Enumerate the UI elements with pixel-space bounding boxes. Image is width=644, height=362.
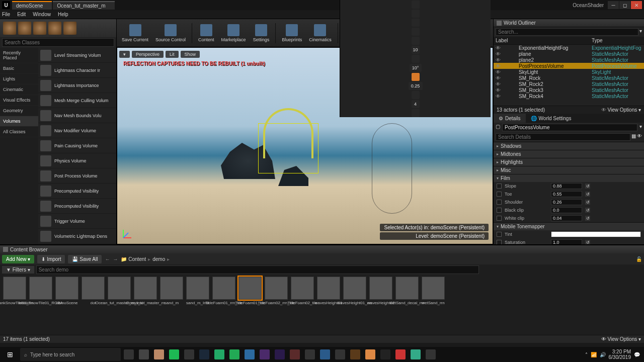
outliner-col-type[interactable]: Type xyxy=(592,38,642,43)
category-visual-effects[interactable]: Visual Effects xyxy=(0,95,38,106)
taskbar-app-icon[interactable] xyxy=(167,347,181,361)
taskbar-app-icon[interactable] xyxy=(288,347,302,361)
asset-item[interactable]: wetSand_rrn xyxy=(421,277,446,333)
outliner-row[interactable]: 👁plane2StaticMeshActor xyxy=(494,57,644,63)
outliner-search-options-icon[interactable]: ▾ xyxy=(639,28,642,36)
taskbar-app-icon[interactable] xyxy=(424,347,438,361)
reset-icon[interactable]: ↺ xyxy=(585,216,590,221)
asset-item[interactable]: Ocean_tut_master_m xyxy=(133,277,158,333)
visibility-icon[interactable]: 👁 xyxy=(496,75,501,81)
save-button[interactable]: Save Current xyxy=(120,23,150,43)
asset-item[interactable]: wetSand_decal_rrn xyxy=(394,277,420,333)
details-view-icon[interactable]: 👁 xyxy=(637,133,642,141)
taskbar-clock[interactable]: 3:20 PM6/30/2019 xyxy=(609,349,631,360)
reset-icon[interactable]: ↺ xyxy=(585,200,590,205)
brush-mode-icon[interactable] xyxy=(63,22,76,35)
cat-highlights[interactable]: Highlights xyxy=(494,158,644,166)
place-actor-item[interactable]: Post Process Volume xyxy=(38,168,116,184)
scale-snap-icon[interactable] xyxy=(412,73,420,81)
asset-item[interactable]: demoScene xyxy=(54,277,79,333)
outliner-row[interactable]: 👁SkyLightSkyLight xyxy=(494,69,644,75)
nav-fwd-icon[interactable]: → xyxy=(113,256,118,262)
rotate-gizmo[interactable] xyxy=(253,108,324,173)
reset-icon[interactable]: ↺ xyxy=(585,240,590,244)
taskbar-app-icon[interactable] xyxy=(363,347,377,361)
taskbar-app-icon[interactable] xyxy=(393,347,408,361)
category-lights[interactable]: Lights xyxy=(0,74,38,84)
grid-snap-icon[interactable] xyxy=(412,37,420,45)
outliner-row[interactable]: 👁ExponentialHeightFogExponentialHeightFo… xyxy=(494,45,644,51)
asset-item[interactable]: blankSnowTile01_RGBA xyxy=(28,277,53,333)
reset-icon[interactable]: ↺ xyxy=(585,184,590,189)
camera-speed-icon[interactable] xyxy=(412,91,420,99)
taskbar-app-icon[interactable] xyxy=(378,347,392,361)
foliage-mode-icon[interactable] xyxy=(48,22,61,35)
override-blackclip-checkbox[interactable] xyxy=(497,208,502,213)
taskbar-app-icon[interactable] xyxy=(137,347,151,361)
category-recently-placed[interactable]: Recently Placed xyxy=(0,48,38,63)
place-actor-item[interactable]: Physics Volume xyxy=(38,153,116,168)
toe-input[interactable]: 0.55 xyxy=(551,191,582,197)
cat-mobile-tonemapper[interactable]: Mobile Tonemapper xyxy=(494,222,644,230)
outliner-row[interactable]: 👁planeStaticMeshActor xyxy=(494,51,644,57)
outliner-row[interactable]: 👁SM_RockStaticMeshActor xyxy=(494,75,644,81)
breadcrumb[interactable]: 📁 Content▸demo▸ xyxy=(121,256,172,262)
override-whiteclip-checkbox[interactable] xyxy=(497,216,502,221)
taskbar-app-icon[interactable] xyxy=(409,347,423,361)
place-actor-item[interactable]: Trigger Volume xyxy=(38,214,116,229)
outliner-search-input[interactable] xyxy=(496,28,638,36)
close-button[interactable]: ✕ xyxy=(631,1,642,9)
viewport-perspective-button[interactable]: Perspective xyxy=(132,51,164,58)
override-tint-checkbox[interactable] xyxy=(497,232,502,237)
whiteclip-input[interactable]: 0.04 xyxy=(551,215,582,221)
content-view-options[interactable]: 👁 View Options ▾ xyxy=(601,336,641,342)
category-basic[interactable]: Basic xyxy=(0,63,38,74)
taskbar-app-icon[interactable] xyxy=(273,347,287,361)
outliner-row[interactable]: 👁SM_Rock3StaticMeshActor xyxy=(494,87,644,93)
landscape-mode-icon[interactable] xyxy=(33,22,46,35)
category-cinematic[interactable]: Cinematic xyxy=(0,84,38,95)
start-button[interactable]: ⊞ xyxy=(1,347,19,361)
menu-edit[interactable]: Edit xyxy=(17,12,26,17)
reset-icon[interactable]: ↺ xyxy=(585,208,590,213)
source-control-button[interactable]: Source Control xyxy=(153,23,188,43)
property-matrix-icon[interactable]: ▦ xyxy=(631,133,636,141)
reset-icon[interactable]: ↺ xyxy=(585,192,590,197)
override-shoulder-checkbox[interactable] xyxy=(497,200,502,205)
cinematics-button[interactable]: Cinematics xyxy=(307,23,334,43)
asset-item[interactable]: wavesHeight01_rrn xyxy=(342,277,367,333)
asset-item[interactable]: sand_m xyxy=(159,277,184,333)
override-slope-checkbox[interactable] xyxy=(497,184,502,189)
scale-gizmo-icon[interactable] xyxy=(412,10,420,18)
taskbar-app-icon[interactable] xyxy=(227,347,242,361)
menu-window[interactable]: Window xyxy=(33,12,51,17)
marketplace-button[interactable]: Marketplace xyxy=(219,23,248,43)
actor-name-input[interactable] xyxy=(502,124,637,131)
taskbar-app-icon[interactable] xyxy=(182,347,196,361)
taskbar-app-icon[interactable] xyxy=(258,347,272,361)
viewport-lit-button[interactable]: Lit xyxy=(166,51,179,58)
menu-file[interactable]: File xyxy=(2,12,10,17)
menu-help[interactable]: Help xyxy=(58,12,68,17)
taskbar-app-icon[interactable] xyxy=(318,347,332,361)
place-actor-item[interactable]: Precomputed Visibility xyxy=(38,199,116,214)
import-button[interactable]: ⬇ Import xyxy=(37,255,65,263)
settings-button[interactable]: Settings xyxy=(251,23,272,43)
grid-snap-value[interactable]: 10 xyxy=(412,46,420,54)
filters-button[interactable]: ▼ Filters ▾ xyxy=(2,266,34,274)
outliner-view-options[interactable]: 👁 View Options ▾ xyxy=(601,107,641,113)
cat-shadows[interactable]: Shadows xyxy=(494,142,644,150)
category-all-classes[interactable]: All Classes xyxy=(0,127,38,137)
shoulder-input[interactable]: 0.26 xyxy=(551,199,582,205)
level-tab[interactable]: demoScene xyxy=(12,1,52,10)
place-actor-item[interactable]: Lightmass Importance xyxy=(38,78,116,93)
taskbar-app-icon[interactable] xyxy=(333,347,347,361)
blueprints-button[interactable]: Blueprints xyxy=(280,23,304,43)
world-local-icon[interactable] xyxy=(412,19,420,27)
visibility-icon[interactable]: 👁 xyxy=(496,69,501,75)
tab-world-settings[interactable]: 🌐World Settings xyxy=(526,114,577,123)
paint-mode-icon[interactable] xyxy=(18,22,31,35)
place-actor-item[interactable]: Mesh Merge Culling Volum xyxy=(38,93,116,108)
nav-back-icon[interactable]: ← xyxy=(105,256,110,262)
override-saturation-checkbox[interactable] xyxy=(497,240,502,244)
